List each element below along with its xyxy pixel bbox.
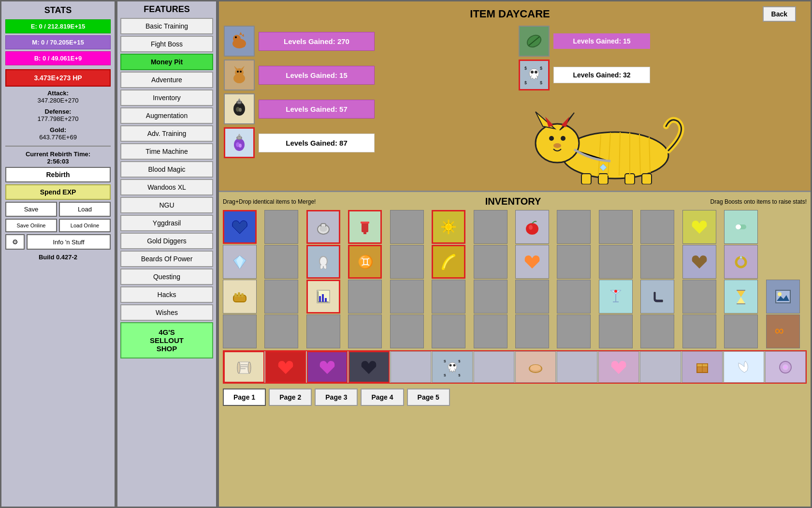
inv-cell-empty-4-3[interactable] [306,314,340,348]
inv-cell-diamond2[interactable] [223,245,257,279]
feature-augmentation[interactable]: Augmentation [120,107,213,124]
inv-cell-empty-3-4[interactable] [348,280,382,314]
inv-cell-ring[interactable] [724,245,758,279]
info-button[interactable]: Info 'n Stuff [27,234,111,250]
inv-cell-empty-1-7[interactable] [474,210,508,244]
inv-cell-empty-4-5[interactable] [390,314,424,348]
boost-cell-box[interactable] [682,351,723,383]
inv-cell-knuckles[interactable] [223,280,257,314]
inv-cell-empty-1-5[interactable] [390,210,424,244]
inv-cell-empty-4-13[interactable] [724,314,758,348]
inv-cell-yellow-heart[interactable] [682,210,716,244]
inv-cell-empty-4-4[interactable] [348,314,382,348]
feature-gold-diggers[interactable]: Gold Diggers [120,233,213,249]
boost-cell-swirl[interactable] [765,351,806,383]
inv-cell-infinity[interactable]: ∞ [766,314,800,348]
inv-cell-empty-3-2[interactable] [264,280,298,314]
inv-cell-empty-3-12[interactable] [682,280,716,314]
boost-cell-bread[interactable] [515,351,556,383]
feature-yggdrasil[interactable]: Yggdrasil [120,215,213,231]
rebirth-button[interactable]: Rebirth [5,167,111,182]
inv-cell-cup[interactable] [348,210,382,244]
feature-adventure[interactable]: Adventure [120,72,213,88]
inv-cell-empty-4-7[interactable] [474,314,508,348]
daycare-icon-2[interactable] [224,60,255,90]
inv-cell-empty-4-11[interactable] [640,314,674,348]
inv-cell-empty-2-2[interactable] [264,245,298,279]
feature-ngu[interactable]: NGU [120,197,213,213]
inv-cell-empty-3-5[interactable] [390,280,424,314]
inv-cell-martini[interactable] [599,280,633,314]
daycare-icon-3[interactable] [224,93,255,124]
boost-cell-empty-7[interactable] [474,351,514,383]
inv-cell-chart[interactable] [306,280,340,314]
boost-cell-empty-5[interactable] [391,351,431,383]
inv-cell-empty-2-9[interactable] [557,245,591,279]
inv-cell-hourglass[interactable] [724,280,758,314]
feature-money-pit[interactable]: Money Pit [120,54,213,70]
inv-cell-star-spark[interactable] [432,210,465,244]
inv-cell-orange-heart[interactable] [515,245,549,279]
inv-cell-empty-3-6[interactable] [432,280,465,314]
feature-hacks[interactable]: Hacks [120,286,213,303]
inv-cell-boot[interactable] [640,280,674,314]
inv-cell-apple[interactable] [515,210,549,244]
inv-cell-empty-3-8[interactable] [515,280,549,314]
inv-cell-pill[interactable] [724,210,758,244]
inv-cell-blue-heart[interactable] [223,210,257,244]
boost-cell-skull2[interactable]: $$$$ [432,351,473,383]
feature-basic-training[interactable]: Basic Training [120,18,213,34]
feature-questing[interactable]: Questing [120,269,213,285]
inv-cell-empty-1-10[interactable] [599,210,633,244]
feature-inventory[interactable]: Inventory [120,90,213,106]
inv-cell-banana[interactable] [432,245,465,279]
feature-time-machine[interactable]: Time Machine [120,143,213,160]
boost-cell-black-heart[interactable] [348,351,389,383]
feature-wishes[interactable]: Wishes [120,304,213,321]
inv-cell-empty-4-8[interactable] [515,314,549,348]
feature-wandoos-xl[interactable]: Wandoos XL [120,179,213,195]
feature-blood-magic[interactable]: Blood Magic [120,161,213,178]
boost-cell-scroll[interactable] [224,351,264,383]
load-button[interactable]: Load [59,202,111,217]
feature-fight-boss[interactable]: Fight Boss [120,36,213,52]
inv-cell-empty-4-6[interactable] [432,314,465,348]
inv-cell-empty-4-12[interactable] [682,314,716,348]
inv-cell-empty-2-5[interactable] [390,245,424,279]
daycare-icon-1[interactable] [224,26,255,57]
inv-cell-empty-1-9[interactable] [557,210,591,244]
spend-exp-button[interactable]: Spend EXP [5,184,111,200]
inv-cell-empty-3-7[interactable] [474,280,508,314]
boost-cell-red-heart[interactable] [265,351,306,383]
load-online-button[interactable]: Load Online [59,219,111,232]
feature-adv-training[interactable]: Adv. Training [120,125,213,142]
boost-cell-empty-9[interactable] [557,351,597,383]
gear-button[interactable]: ⚙ [5,234,25,250]
back-button[interactable]: Back [763,6,796,22]
inv-cell-empty-2-7[interactable] [474,245,508,279]
inv-cell-empty-1-2[interactable] [264,210,298,244]
inv-cell-empty-4-9[interactable] [557,314,591,348]
daycare-icon-4[interactable] [224,127,255,158]
page-4-button[interactable]: Page 4 [361,388,404,406]
page-1-button[interactable]: Page 1 [223,388,266,406]
boost-cell-pink-heart[interactable] [598,351,639,383]
inv-cell-brown-heart[interactable] [682,245,716,279]
page-3-button[interactable]: Page 3 [315,388,358,406]
page-5-button[interactable]: Page 5 [407,388,450,406]
inv-cell-empty-1-11[interactable] [640,210,674,244]
inv-cell-tooth[interactable] [306,245,340,279]
daycare-right-icon-1[interactable] [519,26,550,57]
feature-sellout-shop[interactable]: 4G'SSELLOUTSHOP [120,322,213,359]
inv-cell-empty-3-9[interactable] [557,280,591,314]
inv-cell-empty-4-1[interactable] [223,314,257,348]
feature-beards-of-power[interactable]: Beards Of Power [120,251,213,267]
inv-cell-empty-2-10[interactable] [599,245,633,279]
save-button[interactable]: Save [5,202,57,217]
inv-cell-empty-4-10[interactable] [599,314,633,348]
save-online-button[interactable]: Save Online [5,219,57,232]
inv-cell-empty-4-2[interactable] [264,314,298,348]
inv-cell-empty-2-11[interactable] [640,245,674,279]
inv-cell-bag[interactable] [306,210,340,244]
page-2-button[interactable]: Page 2 [269,388,312,406]
